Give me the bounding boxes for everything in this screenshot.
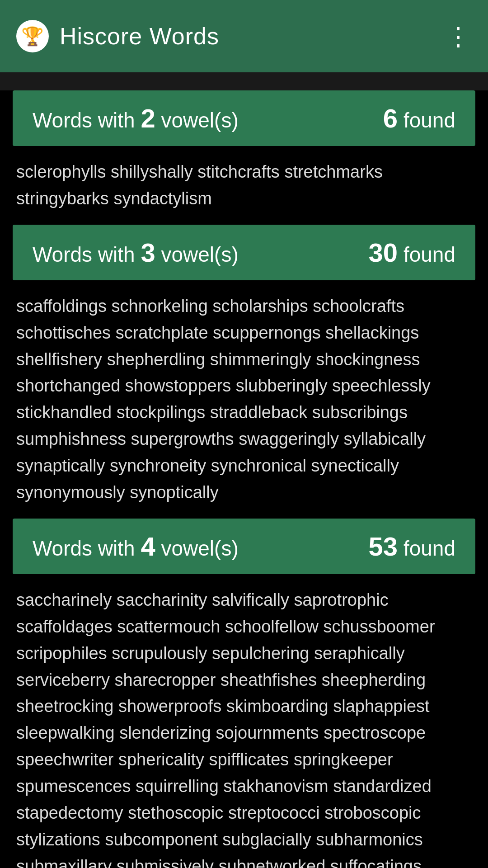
section-title-vowels-3: Words with 3 vowel(s) (33, 237, 239, 268)
section-title-vowels-4: Words with 4 vowel(s) (33, 531, 239, 561)
dark-spacer (0, 72, 488, 90)
section-count-vowels-4: 53 found (369, 531, 455, 561)
word-list-vowels-4: saccharinely saccharinity salvifically s… (0, 574, 488, 868)
app-title: Hiscore Words (60, 23, 219, 50)
section-title-vowels-2: Words with 2 vowel(s) (33, 103, 239, 133)
word-list-vowels-3: scaffoldings schnorkeling scholarships s… (0, 280, 488, 519)
section-count-vowels-3: 30 found (369, 237, 455, 268)
trophy-icon: 🏆 (16, 20, 49, 52)
overflow-menu-icon[interactable]: ⋮ (446, 22, 472, 51)
section-header-vowels-2: Words with 2 vowel(s) 6 found (13, 90, 475, 146)
app-bar: 🏆 Hiscore Words ⋮ (0, 0, 488, 72)
word-list-vowels-2: sclerophylls shillyshally stitchcrafts s… (0, 146, 488, 225)
section-count-vowels-2: 6 found (383, 103, 455, 133)
app-bar-left: 🏆 Hiscore Words (16, 20, 219, 52)
section-header-vowels-4: Words with 4 vowel(s) 53 found (13, 519, 475, 574)
section-header-vowels-3: Words with 3 vowel(s) 30 found (13, 225, 475, 280)
